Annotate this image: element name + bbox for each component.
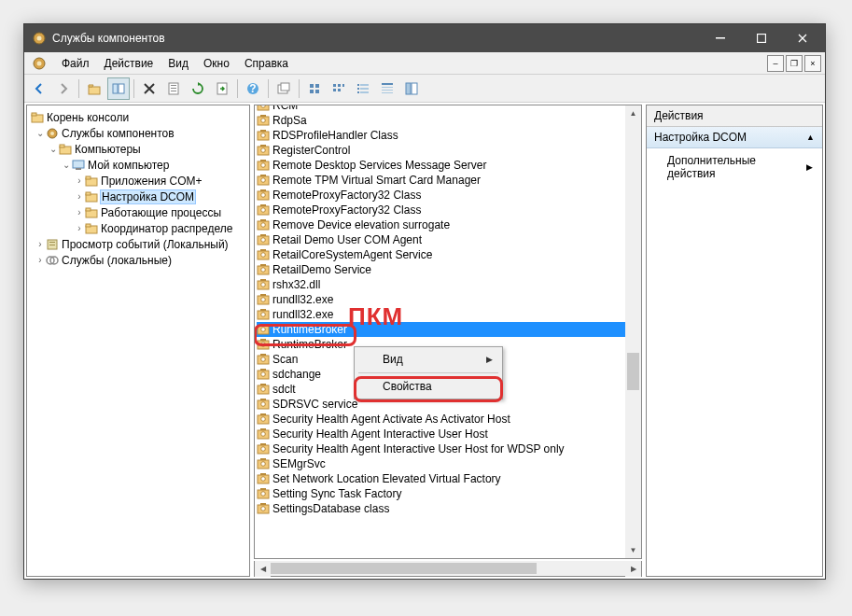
- refresh-button[interactable]: [187, 77, 209, 100]
- scroll-h-track[interactable]: [271, 561, 625, 576]
- horizontal-scrollbar[interactable]: ◀ ▶: [254, 561, 642, 577]
- tree-root[interactable]: Корень консоли: [29, 109, 247, 125]
- expand-icon[interactable]: ›: [35, 255, 46, 265]
- collapse-icon[interactable]: ⌄: [61, 160, 72, 170]
- expand-icon[interactable]: ›: [74, 191, 85, 202]
- menu-action[interactable]: Действие: [97, 54, 161, 73]
- list-item[interactable]: SettingsDatabase class: [257, 501, 639, 516]
- expand-icon[interactable]: ›: [74, 175, 85, 186]
- console-tree[interactable]: Корень консоли ⌄Службы компонентов ⌄Комп…: [27, 105, 249, 272]
- scroll-left-button[interactable]: ◀: [255, 561, 271, 577]
- new-window-button[interactable]: [272, 77, 295, 100]
- svg-rect-65: [260, 115, 266, 117]
- expand-icon[interactable]: ›: [74, 207, 85, 217]
- svg-point-127: [261, 432, 266, 437]
- nav-back-button[interactable]: [28, 77, 50, 100]
- list-item[interactable]: RuntimeBroker: [257, 322, 639, 337]
- svg-point-94: [261, 268, 266, 273]
- window-title: Службы компонентов: [52, 32, 700, 45]
- svg-point-124: [261, 417, 266, 422]
- actions-category[interactable]: Настройка DCOM ▲: [647, 127, 822, 148]
- mdi-restore[interactable]: ❐: [786, 55, 803, 72]
- collapse-icon[interactable]: ⌄: [35, 128, 46, 138]
- menu-window[interactable]: Окно: [196, 54, 237, 73]
- mdi-close[interactable]: ×: [804, 55, 821, 72]
- vertical-scrollbar[interactable]: ▲ ▼: [625, 105, 641, 558]
- scroll-track[interactable]: [625, 121, 641, 542]
- svg-rect-20: [310, 90, 314, 93]
- scroll-up-button[interactable]: ▲: [625, 105, 641, 121]
- svg-rect-52: [86, 208, 91, 211]
- view-extended[interactable]: [400, 77, 423, 100]
- tree-event-viewer[interactable]: ›Просмотр событий (Локальный): [29, 236, 247, 252]
- view-large-icons[interactable]: [303, 77, 326, 100]
- svg-rect-17: [281, 83, 289, 91]
- list-item[interactable]: rshx32.dll: [257, 277, 639, 292]
- tree-services[interactable]: ›Службы (локальные): [29, 252, 247, 268]
- maximize-button[interactable]: [741, 24, 782, 52]
- actions-more[interactable]: Дополнительные действия ▶: [647, 148, 822, 186]
- list-item[interactable]: RemoteProxyFactory32 Class: [257, 203, 639, 217]
- mdi-minimize[interactable]: –: [767, 55, 784, 72]
- list-item[interactable]: SEMgrSvc: [257, 456, 639, 471]
- close-button[interactable]: [782, 24, 823, 52]
- expand-icon[interactable]: ›: [35, 239, 46, 249]
- export-button[interactable]: [211, 77, 233, 100]
- list-item[interactable]: RemoteProxyFactory32 Class: [257, 188, 639, 203]
- tree-computers[interactable]: ⌄Компьютеры: [29, 141, 247, 157]
- dcom-list[interactable]: RCMRdpSaRDSProfileHandler ClassRegisterC…: [255, 105, 641, 558]
- scroll-h-thumb[interactable]: [271, 563, 537, 574]
- svg-rect-83: [260, 204, 266, 206]
- list-item[interactable]: Security Health Agent Interactive User H…: [257, 441, 639, 456]
- tree-dtc[interactable]: ›Координатор распределе: [29, 220, 247, 236]
- expand-icon[interactable]: ›: [74, 223, 85, 233]
- svg-rect-128: [260, 428, 266, 430]
- context-menu: Вид▶ Свойства: [354, 346, 503, 399]
- nav-forward-button[interactable]: [52, 77, 75, 100]
- menu-view[interactable]: Вид: [161, 54, 196, 73]
- collapse-icon[interactable]: ⌄: [48, 144, 59, 154]
- list-item[interactable]: Security Health Agent Interactive User H…: [257, 427, 639, 441]
- list-item[interactable]: Security Health Agent Activate As Activa…: [257, 412, 639, 427]
- view-list[interactable]: [352, 77, 374, 100]
- delete-button[interactable]: [138, 77, 161, 100]
- list-item[interactable]: RetailDemo Service: [257, 262, 639, 277]
- list-item[interactable]: Remove Device elevation surrogate: [257, 217, 639, 232]
- list-item[interactable]: Remote TPM Virtual Smart Card Manager: [257, 173, 639, 188]
- show-tree-button[interactable]: [107, 77, 130, 100]
- list-item[interactable]: Set Network Location Elevated Virtual Fa…: [257, 471, 639, 486]
- scroll-right-button[interactable]: ▶: [625, 561, 641, 577]
- list-item[interactable]: Remote Desktop Services Message Server: [257, 158, 639, 173]
- menu-help[interactable]: Справка: [237, 54, 296, 73]
- list-item[interactable]: Setting Sync Task Factory: [257, 486, 639, 501]
- tree-my-computer[interactable]: ⌄Мой компьютер: [29, 157, 247, 173]
- list-item[interactable]: RDSProfileHandler Class: [257, 128, 639, 143]
- list-item[interactable]: rundll32.exe: [257, 307, 639, 322]
- tree-component-services[interactable]: ⌄Службы компонентов: [29, 125, 247, 141]
- svg-rect-38: [412, 83, 417, 94]
- list-item[interactable]: Retail Demo User COM Agent: [257, 232, 639, 247]
- svg-point-112: [261, 357, 266, 362]
- properties-button[interactable]: [162, 77, 185, 100]
- svg-rect-89: [260, 234, 266, 236]
- scroll-down-button[interactable]: ▼: [625, 542, 641, 558]
- list-item[interactable]: RdpSa: [257, 113, 639, 128]
- context-menu-view[interactable]: Вид▶: [356, 349, 500, 370]
- context-menu-properties[interactable]: Свойства: [356, 376, 500, 397]
- view-small-icons[interactable]: [328, 77, 350, 100]
- menu-file[interactable]: Файл: [54, 54, 97, 73]
- list-item-label: Set Network Location Elevated Virtual Fa…: [272, 472, 501, 485]
- help-button[interactable]: ?: [242, 77, 264, 100]
- list-item[interactable]: RCM: [257, 105, 639, 113]
- tree-running-processes[interactable]: ›Работающие процессы: [29, 204, 247, 220]
- scroll-thumb[interactable]: [627, 353, 639, 390]
- svg-rect-45: [73, 161, 84, 168]
- tree-com-apps[interactable]: ›Приложения COM+: [29, 173, 247, 189]
- view-details[interactable]: [376, 77, 398, 100]
- list-item[interactable]: RegisterControl: [257, 143, 639, 158]
- tree-dcom-config[interactable]: ›Настройка DCOM: [29, 189, 247, 204]
- list-item[interactable]: RetailCoreSystemAgent Service: [257, 247, 639, 262]
- list-item[interactable]: rundll32.exe: [257, 292, 639, 307]
- up-button[interactable]: [83, 77, 105, 100]
- minimize-button[interactable]: [700, 24, 741, 52]
